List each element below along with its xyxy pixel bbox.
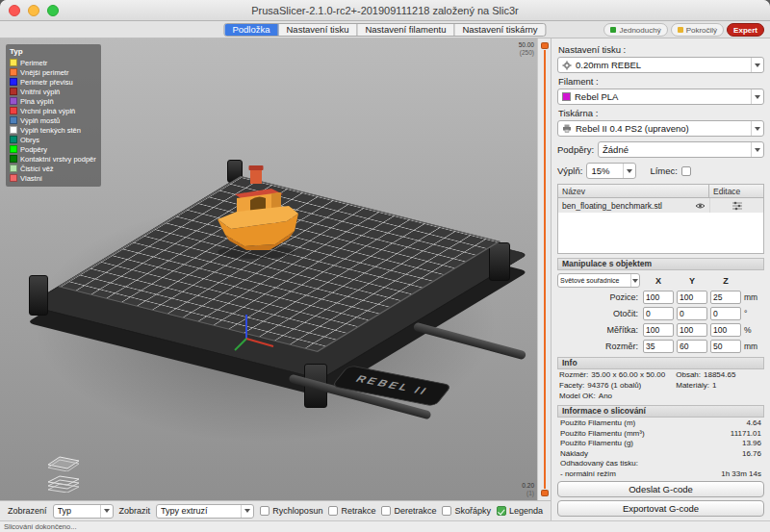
scale-x-input[interactable] [643, 323, 674, 337]
supports-select[interactable]: Žádné [598, 141, 764, 158]
printer-select[interactable]: Rebel II 0.4 PS2 (upraveno) [557, 120, 764, 137]
position-y-input[interactable] [677, 291, 707, 304]
info-row: Facety:94376 (1 obalů) Materiály:1 [557, 381, 764, 391]
object-list[interactable]: ben_floating_benchmark.stl [557, 198, 764, 254]
layer-slider-max-label: 50.00 (250) [519, 41, 534, 56]
rotate-x-input[interactable] [643, 307, 674, 320]
edit-settings-icon[interactable] [732, 201, 743, 211]
travel-checkbox[interactable] [260, 506, 270, 516]
show-select[interactable]: Typy extruzí [156, 504, 254, 519]
legend-swatch [10, 59, 17, 66]
rotate-y-input[interactable] [677, 307, 707, 320]
legend-item: Obrys [10, 135, 97, 144]
mode-simple-button[interactable]: Jednoduchý [603, 23, 667, 37]
chevron-down-icon [623, 164, 635, 178]
main-tabs: Podložka Nastavení tisku Nastavení filam… [223, 23, 546, 37]
position-x-input[interactable] [643, 291, 674, 304]
view-mode-select[interactable]: Typ [53, 504, 114, 519]
object-list-header: Název Editace [557, 184, 764, 198]
print-settings-select[interactable]: 0.20mm REBEL [557, 57, 764, 73]
rotate-unit: ° [744, 309, 764, 318]
window-title: PrusaSlicer-2.1.0-rc2+-201909111218 zalo… [67, 0, 703, 21]
mode-simple-marker [610, 27, 616, 33]
mode-expert-button[interactable]: Expert [727, 23, 764, 37]
size-x-input[interactable] [643, 340, 674, 353]
settings-icon [562, 61, 572, 70]
tab-plater[interactable]: Podložka [224, 24, 278, 36]
size-unit: mm [744, 342, 764, 351]
size-y-input[interactable] [677, 340, 707, 353]
axes-gizmo-icon [231, 312, 283, 356]
print-settings-value: 0.20mm REBEL [576, 60, 747, 70]
legend-swatch [10, 155, 17, 163]
tab-print-settings[interactable]: Nastavení tisku [279, 24, 358, 36]
checkbox-shells[interactable]: Skořápky [442, 506, 491, 516]
mode-advanced-button[interactable]: Pokročilý [671, 23, 724, 37]
zoom-window-button[interactable] [47, 5, 59, 16]
export-gcode-button[interactable]: Exportovat G-code [557, 500, 764, 517]
sliced-info-row: Použito Filamentu (mm³)11171.01 [557, 429, 764, 439]
chevron-down-icon [751, 89, 763, 104]
legend-checkbox[interactable] [497, 506, 506, 516]
mode-advanced-label: Pokročilý [686, 26, 717, 35]
legend-item: Vrchní plná výplň [10, 106, 97, 115]
legend-swatch [10, 107, 17, 114]
column-edit: Editace [709, 185, 763, 197]
sidebar: Nastavení tisku : 0.20mm REBEL Filament … [551, 38, 770, 520]
shells-checkbox[interactable] [442, 506, 451, 516]
brim-checkbox[interactable] [681, 166, 691, 176]
size-z-input[interactable] [710, 340, 741, 353]
filament-select[interactable]: Rebel PLA [557, 89, 764, 105]
size-label: Rozměr: [557, 340, 640, 353]
minimize-window-button[interactable] [28, 5, 39, 16]
legend-swatch [10, 78, 17, 86]
layer-slider-upper-handle[interactable] [541, 42, 549, 49]
view-mode-label: Zobrazení [8, 506, 47, 516]
prusaslicer-window: PrusaSlicer-2.1.0-rc2+-201909111218 zalo… [0, 0, 770, 532]
filament-value: Rebel PLA [575, 91, 747, 102]
legend-swatch [10, 116, 17, 124]
layer-slider-lower-handle[interactable] [541, 490, 549, 496]
sliced-info-row: Odhadovaný čas tisku: [557, 459, 764, 469]
top-toolbar: Podložka Nastavení tisku Nastavení filam… [0, 21, 770, 38]
3d-view-icon[interactable] [46, 454, 81, 471]
deretractions-checkbox[interactable] [381, 506, 391, 516]
checkbox-deretractions[interactable]: Deretrakce [381, 506, 436, 516]
chevron-down-icon [751, 121, 763, 136]
object-row[interactable]: ben_floating_benchmark.stl [558, 198, 763, 213]
view-toggle-icons [46, 454, 81, 493]
checkbox-travel[interactable]: Rychloposun [260, 506, 322, 516]
layer-slider[interactable] [537, 38, 551, 500]
chevron-down-icon [630, 274, 639, 287]
3d-viewport[interactable]: REBEL II Typ Perimetr Vnější perimetr Pe… [0, 38, 537, 500]
checkbox-retractions[interactable]: Retrakce [328, 506, 375, 516]
legend-item: Plná výplň [10, 96, 97, 106]
retractions-checkbox[interactable] [328, 506, 338, 516]
scale-z-input[interactable] [710, 323, 741, 337]
legend-item: Čistící věž [10, 164, 97, 173]
coordinate-system-select[interactable]: Světové souřadnice [557, 273, 640, 288]
checkbox-legend[interactable]: Legenda [497, 506, 543, 516]
eye-icon[interactable] [695, 202, 706, 210]
infill-select[interactable]: 15% [586, 163, 636, 179]
send-gcode-button[interactable]: Odeslat G-code [557, 481, 764, 497]
rotate-label: Otočit: [557, 307, 640, 320]
close-window-button[interactable] [9, 5, 20, 16]
printer-icon [562, 124, 572, 133]
position-z-input[interactable] [710, 291, 741, 304]
legend-swatch [10, 165, 17, 172]
chevron-down-icon [100, 505, 113, 518]
rotate-z-input[interactable] [710, 307, 741, 320]
layers-view-icon[interactable] [46, 475, 81, 493]
axis-y-header: Y [677, 276, 707, 286]
title-bar: PrusaSlicer-2.1.0-rc2+-201909111218 zalo… [0, 0, 770, 21]
layer-slider-track[interactable] [544, 50, 546, 489]
benchy-model[interactable] [212, 164, 304, 260]
info-row: Model OK:Ano [557, 392, 764, 401]
printer-pillar [489, 242, 510, 281]
tab-filament-settings[interactable]: Nastavení filamentu [357, 24, 454, 36]
scale-y-input[interactable] [677, 323, 707, 337]
sliced-info-panel-title: Informace o slicování [557, 405, 764, 418]
mode-simple-label: Jednoduchý [619, 26, 660, 35]
tab-printer-settings[interactable]: Nastavení tiskárny [454, 24, 545, 36]
